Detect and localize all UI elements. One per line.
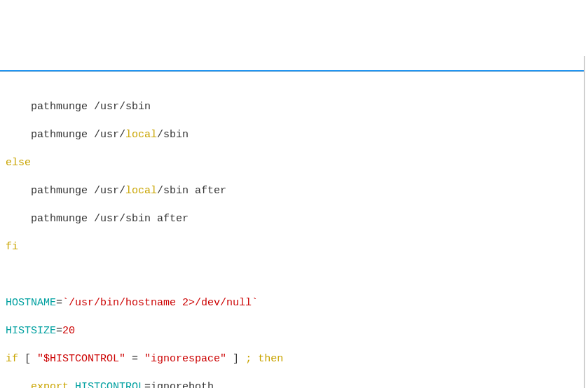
code-line: pathmunge /usr/local/sbin [6,128,578,142]
editor-frame: pathmunge /usr/sbin pathmunge /usr/local… [0,56,585,388]
code-line: pathmunge /usr/sbin [6,100,578,114]
code-line: HISTSIZE=20 [6,324,578,338]
code-editor[interactable]: pathmunge /usr/sbin pathmunge /usr/local… [0,86,584,388]
code-line: export HISTCONTROL=ignoreboth [6,380,578,388]
code-line: if [ "$HISTCONTROL" = "ignorespace" ] ; … [6,352,578,366]
code-line: pathmunge /usr/local/sbin after [6,184,578,198]
code-line: fi [6,240,578,254]
code-line: else [6,156,578,170]
code-line: HOSTNAME=`/usr/bin/hostname 2>/dev/null` [6,296,578,310]
code-line: pathmunge /usr/sbin after [6,212,578,226]
window-top-border [0,70,584,72]
code-line [6,268,578,282]
